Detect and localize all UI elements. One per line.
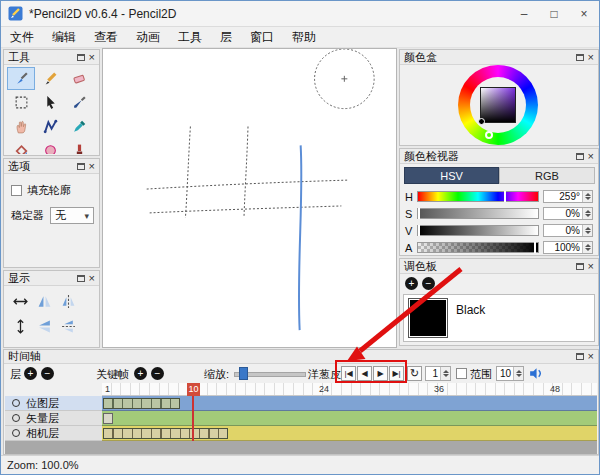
menu-window[interactable]: 窗口 — [241, 27, 283, 48]
smudge-tool-button[interactable] — [36, 139, 64, 154]
float-panel-icon[interactable] — [77, 54, 85, 61]
keyframe-cell[interactable] — [103, 413, 113, 424]
minimize-button[interactable]: – — [509, 1, 539, 26]
hue-slider-marker[interactable] — [504, 191, 506, 202]
track-camera[interactable] — [102, 426, 597, 441]
mirror-horizontal-button[interactable] — [33, 291, 55, 312]
range-start-spinbox[interactable]: 1 — [425, 366, 451, 381]
next-frame-button[interactable]: ▶| — [389, 366, 404, 381]
sv-cursor[interactable] — [478, 118, 485, 125]
eraser-tool-button[interactable] — [65, 67, 93, 90]
fill-contour-checkbox[interactable] — [11, 185, 22, 196]
eyedropper-tool-button[interactable] — [65, 115, 93, 138]
spinner-arrows-icon[interactable] — [513, 367, 523, 380]
remove-keyframe-button[interactable]: − — [151, 367, 164, 380]
drawing-canvas[interactable] — [102, 48, 397, 348]
previous-frame-button[interactable]: ◀ — [357, 366, 372, 381]
close-panel-icon[interactable]: × — [89, 52, 95, 63]
reset-view-button[interactable] — [9, 291, 31, 312]
saturation-spinbox[interactable]: 0% — [543, 207, 593, 220]
float-panel-icon[interactable] — [77, 275, 85, 282]
spinner-arrows-icon[interactable] — [582, 242, 592, 253]
value-slider[interactable] — [417, 225, 539, 236]
float-panel-icon[interactable] — [576, 263, 584, 270]
polyline-tool-button[interactable] — [36, 115, 64, 138]
keyframe-cells[interactable] — [103, 428, 228, 439]
value-spinbox[interactable]: 0% — [543, 224, 593, 237]
add-keyframe-button[interactable]: + — [134, 367, 147, 380]
menu-tools[interactable]: 工具 — [169, 27, 211, 48]
select-tool-button[interactable] — [7, 91, 35, 114]
close-panel-icon[interactable]: × — [588, 351, 594, 362]
mirror-horizontal-alt-button[interactable] — [57, 291, 79, 312]
layer-header-camera[interactable]: 相机层 — [5, 426, 102, 441]
tab-rgb[interactable]: RGB — [499, 167, 595, 184]
visibility-dot-icon[interactable] — [12, 429, 20, 437]
tab-hsv[interactable]: HSV — [404, 167, 499, 184]
range-checkbox[interactable] — [456, 368, 467, 379]
hue-slider[interactable] — [417, 191, 539, 202]
hue-spinbox[interactable]: 259° — [543, 190, 593, 203]
alpha-slider[interactable] — [417, 242, 539, 253]
hand-tool-button[interactable] — [7, 115, 35, 138]
float-panel-icon[interactable] — [576, 54, 584, 61]
layer-header-vector[interactable]: 矢量层 — [5, 411, 102, 426]
stabilizer-select[interactable]: 无 ▾ — [50, 207, 94, 224]
timeline-zoom-handle[interactable] — [239, 367, 248, 380]
color-swatch-black[interactable] — [408, 298, 448, 338]
visibility-dot-icon[interactable] — [12, 399, 20, 407]
frame-number-ruler[interactable]: 1 24 36 48 10 — [102, 383, 597, 396]
move-tool-button[interactable] — [36, 91, 64, 114]
remove-color-button[interactable]: − — [422, 277, 435, 290]
alpha-spinbox[interactable]: 100% — [543, 241, 593, 254]
float-panel-icon[interactable] — [77, 163, 85, 170]
menu-view[interactable]: 查看 — [85, 27, 127, 48]
maximize-button[interactable]: □ — [539, 1, 569, 26]
spinner-arrows-icon[interactable] — [582, 208, 592, 219]
menu-file[interactable]: 文件 — [1, 27, 43, 48]
sound-toggle-button[interactable] — [528, 366, 544, 381]
float-panel-icon[interactable] — [576, 153, 584, 160]
menu-help[interactable]: 帮助 — [283, 27, 325, 48]
value-slider-marker[interactable] — [418, 225, 420, 236]
vertical-arrows-button[interactable] — [9, 316, 31, 337]
float-panel-icon[interactable] — [576, 353, 584, 360]
close-window-button[interactable]: × — [569, 1, 599, 26]
brush-tool-button[interactable] — [7, 67, 35, 90]
remove-layer-button[interactable]: − — [41, 367, 54, 380]
add-color-button[interactable]: + — [405, 277, 418, 290]
add-layer-button[interactable]: + — [24, 367, 37, 380]
playhead-line[interactable] — [192, 396, 194, 441]
menu-layer[interactable]: 层 — [211, 27, 241, 48]
menu-edit[interactable]: 编辑 — [43, 27, 85, 48]
close-panel-icon[interactable]: × — [89, 161, 95, 172]
stamp-tool-button[interactable] — [65, 139, 93, 154]
mirror-vertical-button[interactable] — [33, 316, 55, 337]
close-panel-icon[interactable]: × — [89, 273, 95, 284]
loop-button[interactable]: ↻ — [407, 366, 422, 381]
mirror-vertical-alt-button[interactable] — [57, 316, 79, 337]
menu-animation[interactable]: 动画 — [127, 27, 169, 48]
saturation-slider-marker[interactable] — [418, 208, 420, 219]
play-button[interactable]: ▶ — [373, 366, 388, 381]
spinner-arrows-icon[interactable] — [582, 191, 592, 202]
hue-ring-cursor[interactable] — [485, 131, 493, 139]
pen-tool-button[interactable] — [65, 91, 93, 114]
pencil-tool-button[interactable] — [36, 67, 64, 90]
range-end-spinbox[interactable]: 10 — [496, 366, 524, 381]
keyframe-cells[interactable] — [103, 398, 180, 409]
layer-header-bitmap[interactable]: 位图层 — [5, 396, 102, 411]
close-panel-icon[interactable]: × — [588, 52, 594, 63]
visibility-dot-icon[interactable] — [12, 414, 20, 422]
spinner-arrows-icon[interactable] — [440, 367, 450, 380]
close-panel-icon[interactable]: × — [588, 151, 594, 162]
saturation-slider[interactable] — [417, 208, 539, 219]
alpha-slider-marker[interactable] — [534, 242, 536, 253]
close-panel-icon[interactable]: × — [588, 261, 594, 272]
saturation-value-square[interactable] — [480, 87, 516, 123]
skip-to-start-button[interactable]: |◀ — [341, 366, 356, 381]
current-frame-marker[interactable]: 10 — [187, 383, 200, 396]
track-bitmap[interactable] — [102, 396, 597, 411]
spinner-arrows-icon[interactable] — [582, 225, 592, 236]
bucket-tool-button[interactable] — [7, 139, 35, 154]
